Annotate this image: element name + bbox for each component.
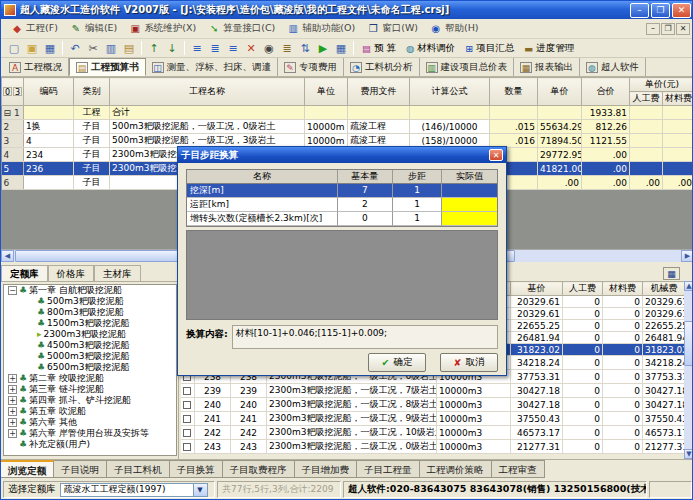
tree-item[interactable]: ♣5000m3耙吸挖泥船	[4, 351, 176, 362]
step-conversion-dialog[interactable]: 子目步距换算 ✕ 名称基本量步距实际值挖深[m]71运距[km]21增转头次数(…	[177, 146, 507, 376]
run-icon[interactable]: ▶	[314, 40, 332, 57]
row-tree-cell[interactable]: 5	[2, 162, 24, 176]
row-tree-cell[interactable]: 4	[2, 148, 24, 162]
tree-item[interactable]: ♣6500m3耙吸挖泥船	[4, 362, 176, 373]
tree-item[interactable]: +♣第四章 抓斗、铲斗挖泥船	[4, 395, 176, 406]
dialog-step-row[interactable]: 挖深[m]71	[187, 184, 497, 198]
list-icon[interactable]: ≣	[278, 40, 296, 57]
detail-tab-浏览定额[interactable]: 浏览定额	[1, 460, 54, 478]
tab-labor-material-analysis[interactable]: ◔工料机分析	[344, 58, 420, 76]
ok-button[interactable]: ✔ 确定	[368, 353, 426, 372]
quota-check-cell[interactable]	[181, 440, 195, 454]
expand-icon[interactable]: +	[8, 407, 17, 416]
detail-tab-子目增加费[interactable]: 子目增加费	[295, 460, 358, 478]
progress-manage-button[interactable]: ▬进度管理	[519, 40, 579, 57]
tab-report-output[interactable]: ▦报表输出	[514, 58, 580, 76]
tree-item[interactable]: +♣第六章 岸管使用台班及安拆等	[4, 428, 176, 439]
quota-row[interactable]: 2402402300m3耙吸挖泥船，一级工况，8级岩土10000m330427.…	[181, 398, 686, 412]
detail-tab-子目工程量[interactable]: 子目工程量	[357, 460, 420, 478]
scroll-down-icon[interactable]: ▼	[684, 449, 693, 459]
checkbox-icon[interactable]	[183, 443, 191, 451]
tree-item[interactable]: +♣第五章 吹泥船	[4, 406, 176, 417]
budget-row[interactable]: ⊟ 1工程合计1933.81	[2, 106, 693, 120]
tab-budget-book[interactable]: ▤工程预算书	[69, 58, 146, 76]
menu-window[interactable]: ❐窗口(W)	[361, 20, 424, 37]
title-bar[interactable]: 超人藏浚水工造价软件 V2007版 - [J:\安装程序\造价包\藏浚版\我的工…	[1, 1, 693, 19]
dialog-step-row[interactable]: 运距[km]21	[187, 198, 497, 212]
delete-icon[interactable]: ✕	[242, 40, 260, 57]
quota-row[interactable]: 2422422300m3耙吸挖泥船，一级工况，10级岩土10000m346573…	[181, 426, 686, 440]
library-tab-价格库[interactable]: 价格库	[48, 265, 95, 281]
cancel-button[interactable]: ✘ 取消	[440, 353, 498, 372]
budget-button[interactable]: ▤预 算	[357, 40, 401, 57]
step-actual-cell[interactable]	[442, 212, 497, 226]
tab-special-fee[interactable]: ✎专项费用	[278, 58, 344, 76]
menu-maintain[interactable]: ▣系统维护(X)	[123, 20, 202, 37]
checkbox-icon[interactable]	[183, 415, 191, 423]
row-tree-cell[interactable]: 2	[2, 120, 24, 134]
library-tab-定额库[interactable]: 定额库	[1, 265, 48, 281]
expand-icon[interactable]: +	[8, 396, 17, 405]
dialog-step-row[interactable]: 增转头次数(定额槽长2.3km)[次]01	[187, 212, 497, 226]
row-tree-cell[interactable]: ⊟ 1	[2, 106, 24, 120]
menu-help[interactable]: ◉帮助(H)	[424, 20, 485, 37]
tree-item[interactable]: ▸2300m3耙吸挖泥船	[4, 329, 176, 340]
collapse-icon[interactable]: −	[8, 286, 17, 295]
quota-check-cell[interactable]	[181, 384, 195, 398]
undo-icon[interactable]: ↶	[66, 40, 84, 57]
mdi-minimize-button[interactable]: –	[646, 23, 660, 35]
move-up-icon[interactable]: ↑	[145, 40, 163, 57]
new-file-icon[interactable]: ▢	[5, 40, 23, 57]
checkbox-icon[interactable]	[183, 387, 191, 395]
tab-superman-software[interactable]: ◍超人软件	[580, 58, 646, 76]
menu-project[interactable]: ◆工程(F)	[5, 20, 64, 37]
row-tree-cell[interactable]: 6	[2, 176, 24, 190]
tree-item[interactable]: ♣500m3耙吸挖泥船	[4, 296, 176, 307]
menu-assist[interactable]: ▥辅助功能(O)	[281, 20, 361, 37]
scroll-right-icon[interactable]: ▶	[681, 250, 693, 262]
dialog-close-icon[interactable]: ✕	[489, 149, 503, 161]
combobox-dropdown-icon[interactable]: ▼	[193, 484, 207, 496]
mdi-restore-button[interactable]: ❐	[661, 23, 675, 35]
scroll-left-icon[interactable]: ◀	[1, 250, 14, 262]
find-icon[interactable]: ◉	[260, 40, 278, 57]
detail-tab-工程调价策略[interactable]: 工程调价策略	[420, 460, 492, 478]
tab-project-overview[interactable]: A工程概况	[3, 58, 69, 76]
insert-row-icon[interactable]: ≡	[188, 40, 206, 57]
tab-survey[interactable]: ◫测量、浮标、扫床、调遣	[146, 58, 279, 76]
dialog-title-bar[interactable]: 子目步距换算 ✕	[178, 147, 506, 163]
tree-item[interactable]: ♣1500m3耙吸挖泥船	[4, 318, 176, 329]
quota-check-cell[interactable]	[181, 398, 195, 412]
quota-check-cell[interactable]	[181, 412, 195, 426]
tree-item[interactable]: +♣第六章 其他	[4, 417, 176, 428]
expand-icon[interactable]: +	[8, 429, 17, 438]
step-actual-cell[interactable]	[442, 184, 497, 198]
row-tree-cell[interactable]: 3	[2, 134, 24, 148]
menu-edit[interactable]: ✎编辑(E)	[64, 20, 123, 37]
panel-grid-icon[interactable]: ▦	[663, 267, 680, 280]
quota-check-cell[interactable]	[181, 426, 195, 440]
library-combobox[interactable]: 疏浚水工工程定额(1997) ▼	[60, 483, 208, 497]
open-file-icon[interactable]: ▣	[23, 40, 41, 57]
paste-icon[interactable]: ▤	[120, 40, 138, 57]
save-icon[interactable]: ▦	[41, 40, 59, 57]
material-price-button[interactable]: ◍材料调价	[401, 40, 460, 57]
delete-row-icon[interactable]: ≡	[224, 40, 242, 57]
minimize-button[interactable]: –	[630, 3, 649, 18]
detail-tab-子目取费程序[interactable]: 子目取费程序	[223, 460, 295, 478]
tree-item[interactable]: ♣补充定额(用户)	[4, 439, 176, 450]
scroll-up-icon[interactable]: ▲	[684, 281, 693, 291]
project-summary-button[interactable]: ⊞项目汇总	[460, 40, 519, 57]
detail-tab-子目换算[interactable]: 子目换算	[170, 460, 223, 478]
budget-row[interactable]: 21换子目500m3耙吸挖泥船，一级工况，0级岩土10000m疏浚工程(146)…	[2, 120, 693, 134]
expand-icon[interactable]: +	[8, 418, 17, 427]
checkbox-icon[interactable]	[183, 401, 191, 409]
vertical-scroll-thumb[interactable]	[684, 321, 693, 366]
conversion-content-box[interactable]: 材料[10-1]+0.046;[115-1]+0.009;	[232, 325, 498, 349]
quota-row[interactable]: 2412412300m3耙吸挖泥船，一级工况，9级岩土10000m337550.…	[181, 412, 686, 426]
quota-vertical-scrollbar[interactable]: ▲ ▼	[684, 281, 693, 459]
expand-icon[interactable]: +	[8, 385, 17, 394]
copy-icon[interactable]: ▥	[102, 40, 120, 57]
close-button[interactable]: ✕	[672, 3, 691, 18]
tree-item[interactable]: ♣800m3耙吸挖泥船	[4, 307, 176, 318]
